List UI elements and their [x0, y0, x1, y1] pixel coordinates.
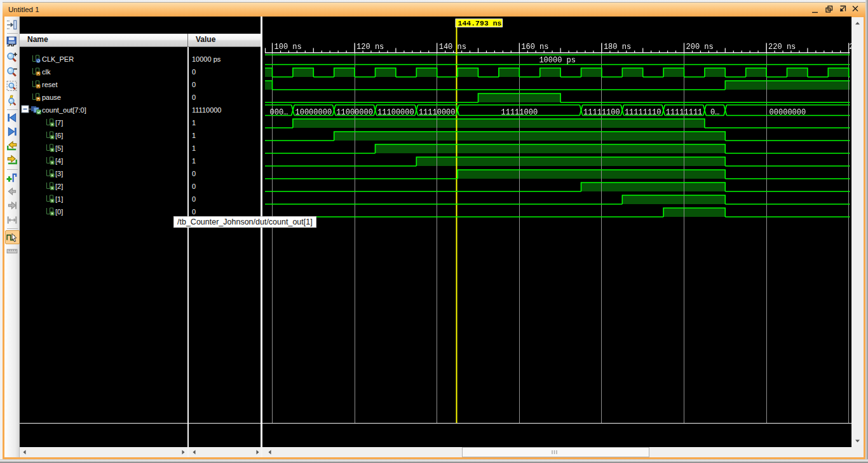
svg-text:11000000: 11000000: [336, 108, 373, 117]
svg-text:140 ns: 140 ns: [439, 43, 466, 52]
svg-text:11111000: 11111000: [501, 108, 538, 117]
svg-text:11100000: 11100000: [377, 108, 414, 117]
svg-text:160 ns: 160 ns: [521, 43, 548, 52]
svg-text:200 ns: 200 ns: [686, 43, 714, 52]
svg-text:220 ns: 220 ns: [768, 43, 796, 52]
svg-text:100 ns: 100 ns: [275, 43, 302, 52]
svg-text:000…: 000…: [269, 108, 288, 117]
svg-text:180 ns: 180 ns: [604, 43, 631, 52]
svg-text:11111110: 11111110: [625, 108, 661, 117]
svg-text:11111100: 11111100: [583, 108, 620, 117]
svg-text:120 ns: 120 ns: [356, 43, 384, 52]
svg-text:00000000: 00000000: [770, 108, 806, 117]
svg-text:0…: 0…: [710, 108, 719, 117]
svg-text:11111111: 11111111: [666, 108, 703, 117]
svg-text:144.793 ns: 144.793 ns: [458, 19, 502, 27]
svg-text:10000 ps: 10000 ps: [539, 56, 576, 65]
svg-text:10000000: 10000000: [295, 108, 332, 117]
svg-text:11110000: 11110000: [419, 108, 456, 117]
